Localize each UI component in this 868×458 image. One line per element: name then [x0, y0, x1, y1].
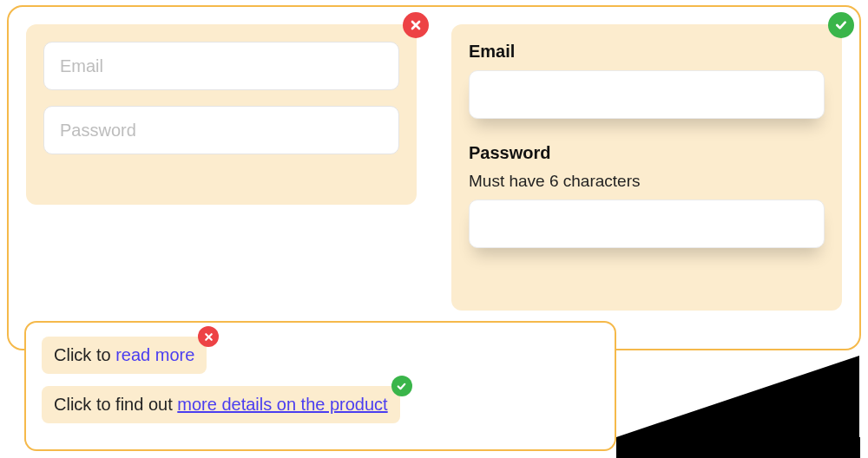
decorative-triangle: [616, 437, 860, 458]
bad-link-example: Click to read more: [42, 337, 207, 374]
bad-form-card: [26, 24, 417, 205]
email-label: Email: [469, 42, 825, 62]
good-link-example: Click to find out more details on the pr…: [42, 386, 400, 423]
check-icon: [828, 12, 854, 38]
link-examples-container: Click to read more Click to find out mor…: [24, 321, 616, 451]
password-label: Password: [469, 143, 825, 163]
good-form-card: Email Password Must have 6 characters: [451, 24, 842, 311]
email-field[interactable]: [43, 42, 399, 90]
good-link-prefix: Click to find out: [54, 395, 173, 415]
read-more-link[interactable]: read more: [115, 345, 194, 365]
password-field[interactable]: [469, 200, 825, 248]
email-field-block: Email: [469, 42, 825, 119]
x-icon: [403, 12, 429, 38]
decorative-triangle: [616, 356, 859, 437]
form-examples-container: Email Password Must have 6 characters: [7, 5, 861, 350]
check-icon: [391, 376, 412, 396]
email-field[interactable]: [469, 70, 825, 119]
password-field-block: Password Must have 6 characters: [469, 143, 825, 248]
password-field[interactable]: [43, 106, 399, 154]
x-icon: [198, 326, 219, 347]
password-hint: Must have 6 characters: [469, 172, 825, 191]
product-details-link[interactable]: more details on the product: [177, 395, 387, 415]
bad-link-prefix: Click to: [54, 345, 111, 365]
